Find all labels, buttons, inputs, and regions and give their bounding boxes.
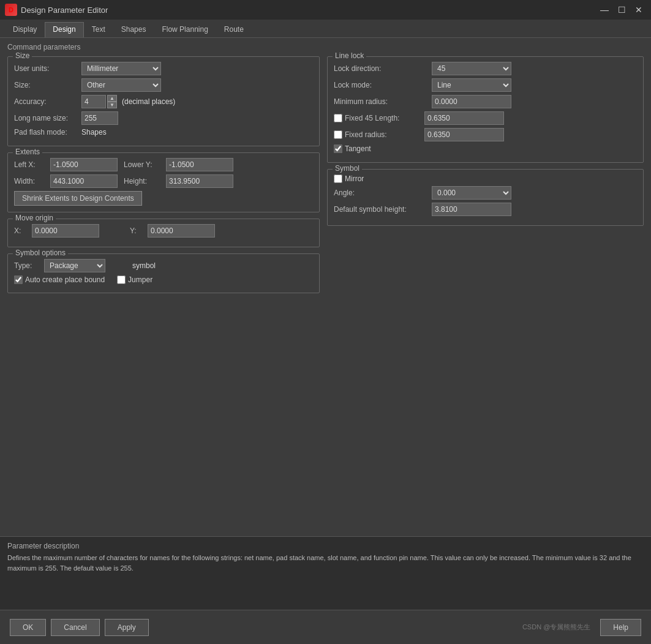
- height-label: Height:: [124, 177, 164, 185]
- cancel-button[interactable]: Cancel: [51, 619, 99, 636]
- width-input[interactable]: [50, 174, 118, 188]
- symbol-checkboxes-row: Auto create place bound Jumper: [14, 275, 313, 286]
- left-x-label: Left X:: [14, 160, 48, 169]
- tab-shapes[interactable]: Shapes: [113, 22, 154, 37]
- height-field: Height:: [124, 174, 233, 188]
- move-origin-row: X: Y:: [14, 224, 313, 238]
- mirror-checkbox[interactable]: [334, 174, 342, 183]
- pad-flash-label: Pad flash mode:: [14, 128, 81, 137]
- tangent-label: Tangent: [345, 144, 371, 153]
- fixed45-row: Fixed 45 Length:: [334, 111, 637, 125]
- bottom-bar: OK Cancel Apply CSDN @专属熊熊先生 Help: [0, 610, 651, 644]
- tab-text[interactable]: Text: [84, 22, 113, 37]
- symbol-type-select[interactable]: Package Module Format: [44, 259, 105, 272]
- lower-y-label: Lower Y:: [124, 160, 164, 169]
- accuracy-up-btn[interactable]: ▲: [107, 95, 117, 102]
- extents-row2: Width: Height:: [14, 174, 313, 188]
- left-x-input[interactable]: [50, 158, 118, 171]
- long-name-row: Long name size:: [14, 111, 313, 125]
- lock-dir-row: Lock direction: 45 90 135 0: [334, 62, 637, 75]
- lock-mode-label: Lock mode:: [334, 81, 432, 89]
- apply-button[interactable]: Apply: [105, 619, 149, 636]
- title-bar: D Design Parameter Editor — ☐ ✕: [0, 0, 651, 20]
- fixed45-checkbox[interactable]: [334, 114, 342, 122]
- lock-mode-select[interactable]: Line Arc Off: [432, 78, 511, 92]
- min-radius-row: Minimum radius:: [334, 95, 637, 108]
- tab-display[interactable]: Display: [5, 22, 45, 37]
- size-group-title: Size: [13, 51, 32, 60]
- symbol-group-title: Symbol: [333, 164, 362, 173]
- symbol-static-label: symbol: [132, 261, 156, 270]
- accuracy-spin-btns: ▲ ▼: [107, 95, 117, 108]
- accuracy-down-btn[interactable]: ▼: [107, 102, 117, 108]
- help-button[interactable]: Help: [600, 619, 641, 636]
- min-radius-label: Minimum radius:: [334, 97, 432, 106]
- angle-select[interactable]: 0.000 45.000 90.000 180.000: [432, 186, 511, 200]
- bottom-right: CSDN @专属熊熊先生 Help: [522, 619, 641, 636]
- auto-create-label: Auto create place bound: [25, 275, 105, 284]
- tab-bar: Display Design Text Shapes Flow Planning…: [0, 20, 651, 38]
- main-content: Command parameters Size User units: Mill…: [0, 38, 651, 610]
- angle-row: Angle: 0.000 45.000 90.000 180.000: [334, 186, 637, 200]
- default-height-input[interactable]: [432, 203, 511, 216]
- symbol-type-row: Type: Package Module Format symbol: [14, 259, 313, 272]
- size-select[interactable]: Other A4 A3 B C: [81, 78, 161, 92]
- lock-dir-label: Lock direction:: [334, 64, 432, 73]
- ok-button[interactable]: OK: [10, 619, 46, 636]
- origin-y-field: Y:: [105, 224, 215, 238]
- lock-mode-row: Lock mode: Line Arc Off: [334, 78, 637, 92]
- fixed-rad-label: Fixed radius:: [345, 130, 424, 139]
- fixed45-input[interactable]: [424, 111, 504, 125]
- tab-design[interactable]: Design: [45, 22, 83, 37]
- extents-group-title: Extents: [13, 148, 42, 156]
- left-x-field: Left X:: [14, 158, 118, 171]
- lock-dir-select[interactable]: 45 90 135 0: [432, 62, 511, 75]
- tangent-checkbox[interactable]: [334, 144, 342, 153]
- app-icon: D: [5, 4, 17, 16]
- lower-y-field: Lower Y:: [124, 158, 233, 171]
- shrink-btn-row: Shrink Extents to Design Contents: [14, 191, 313, 206]
- default-height-label: Default symbol height:: [334, 205, 432, 214]
- user-units-label: User units:: [14, 64, 81, 73]
- fixed-rad-checkbox[interactable]: [334, 130, 342, 139]
- move-origin-group: Move origin X: Y:: [7, 219, 320, 247]
- accuracy-input[interactable]: [81, 95, 106, 108]
- window-title: Design Parameter Editor: [21, 6, 108, 15]
- tab-flow-planning[interactable]: Flow Planning: [154, 22, 216, 37]
- auto-create-checkbox[interactable]: [14, 275, 23, 284]
- accuracy-note: (decimal places): [122, 97, 175, 106]
- user-units-row: User units: Millimeter Inch Mils: [14, 62, 313, 75]
- command-params-label: Command parameters: [7, 43, 644, 51]
- move-origin-title: Move origin: [13, 214, 56, 222]
- accuracy-spinner: ▲ ▼: [81, 95, 117, 108]
- min-radius-input[interactable]: [432, 95, 511, 108]
- pad-flash-row: Pad flash mode: Shapes: [14, 128, 313, 137]
- fixed-rad-input[interactable]: [424, 128, 504, 141]
- tab-route[interactable]: Route: [216, 22, 252, 37]
- description-title: Parameter description: [7, 542, 644, 550]
- lower-y-input[interactable]: [166, 158, 233, 171]
- bottom-left-buttons: OK Cancel Apply: [10, 619, 149, 636]
- angle-label: Angle:: [334, 189, 432, 197]
- symbol-type-label: Type:: [14, 261, 42, 270]
- title-bar-left: D Design Parameter Editor: [5, 4, 108, 16]
- line-lock-group: Line lock Lock direction: 45 90 135 0 Lo…: [327, 56, 644, 163]
- jumper-label: Jumper: [128, 275, 152, 284]
- jumper-row: Jumper: [117, 275, 152, 284]
- height-input[interactable]: [166, 174, 233, 188]
- extents-row1: Left X: Lower Y:: [14, 158, 313, 171]
- jumper-checkbox[interactable]: [117, 275, 126, 284]
- origin-y-input[interactable]: [148, 224, 215, 238]
- fixed45-label: Fixed 45 Length:: [345, 114, 424, 122]
- origin-x-input[interactable]: [32, 224, 99, 238]
- shrink-extents-button[interactable]: Shrink Extents to Design Contents: [14, 191, 142, 206]
- minimize-button[interactable]: —: [597, 4, 612, 16]
- maximize-button[interactable]: ☐: [614, 4, 629, 16]
- close-button[interactable]: ✕: [631, 4, 646, 16]
- user-units-select[interactable]: Millimeter Inch Mils: [81, 62, 161, 75]
- size-group: Size User units: Millimeter Inch Mils Si…: [7, 56, 320, 146]
- extents-group: Extents Left X: Lower Y: Width:: [7, 152, 320, 212]
- long-name-input[interactable]: [81, 111, 118, 125]
- description-area: Parameter description Defines the maximu…: [0, 536, 651, 610]
- auto-create-row: Auto create place bound: [14, 275, 105, 284]
